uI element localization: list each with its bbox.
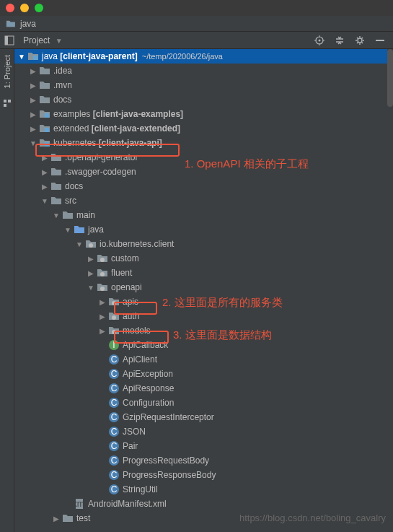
tree-row[interactable]: CProgressResponseBody bbox=[14, 468, 393, 482]
node-label: java [client-java-parent] bbox=[42, 51, 138, 61]
tree-row[interactable]: ▶docs bbox=[14, 92, 393, 107]
node-label: examples [client-java-examples] bbox=[53, 109, 183, 119]
tree-row[interactable]: CGzipRequestInterceptor bbox=[14, 410, 393, 424]
tree-row[interactable]: CApiResponse bbox=[14, 381, 393, 396]
tree-row[interactable]: CStringUtil bbox=[14, 482, 393, 497]
tree-row[interactable]: ▶models bbox=[14, 323, 393, 338]
node-label: .swagger-codegen bbox=[65, 167, 136, 177]
minimize-button[interactable] bbox=[20, 4, 29, 12]
node-label: StringUtil bbox=[123, 484, 158, 494]
svg-point-19 bbox=[112, 330, 116, 334]
class-icon: C bbox=[108, 354, 120, 365]
tree-row[interactable]: ▼kubernetes [client-java-api] bbox=[14, 136, 393, 150]
expand-arrow[interactable]: ▶ bbox=[98, 313, 107, 320]
tree-row[interactable]: CApiClient bbox=[14, 352, 393, 367]
class-icon: C bbox=[108, 369, 120, 379]
scrollbar-thumb[interactable] bbox=[387, 49, 393, 107]
expand-arrow[interactable]: ▶ bbox=[40, 183, 49, 191]
class-icon: C bbox=[108, 383, 120, 393]
view-label: Project bbox=[23, 35, 50, 45]
tree-row[interactable]: ▼openapi bbox=[14, 280, 393, 295]
tree-row[interactable]: ▼src bbox=[14, 193, 393, 208]
package-icon bbox=[97, 268, 108, 278]
expand-arrow[interactable]: ▼ bbox=[87, 284, 95, 292]
node-label: apis bbox=[123, 297, 138, 307]
locate-icon[interactable] bbox=[314, 35, 325, 46]
expand-arrow[interactable]: ▶ bbox=[29, 96, 37, 104]
expand-arrow[interactable]: ▶ bbox=[29, 110, 37, 118]
tree-row[interactable]: ▶docs bbox=[14, 179, 393, 193]
svg-rect-12 bbox=[45, 142, 49, 147]
tree-row[interactable]: ▶extended [client-java-extended] bbox=[14, 121, 393, 136]
expand-arrow[interactable]: ▼ bbox=[40, 197, 49, 205]
expand-arrow[interactable]: ▶ bbox=[29, 67, 37, 75]
tree-row[interactable]: ▶.mvn bbox=[14, 78, 393, 92]
tree-row[interactable]: CPair bbox=[14, 439, 393, 453]
expand-arrow[interactable]: ▼ bbox=[17, 53, 26, 61]
breadcrumb[interactable]: java bbox=[0, 16, 393, 32]
folder-icon bbox=[62, 513, 74, 523]
tree-row[interactable]: ▶fluent bbox=[14, 266, 393, 280]
tree-row[interactable]: CProgressRequestBody bbox=[14, 453, 393, 468]
tree-row[interactable]: ▶apis bbox=[14, 295, 393, 309]
expand-arrow[interactable]: ▶ bbox=[40, 154, 49, 162]
tree-row[interactable]: IApiCallback bbox=[14, 338, 393, 352]
expand-arrow[interactable]: ▶ bbox=[87, 269, 95, 277]
svg-text:I: I bbox=[112, 340, 115, 350]
node-label: Pair bbox=[123, 441, 138, 451]
svg-rect-11 bbox=[45, 128, 49, 132]
class-icon: C bbox=[108, 427, 120, 437]
scrollbar[interactable] bbox=[387, 49, 393, 532]
expand-arrow[interactable]: ▶ bbox=[40, 168, 49, 176]
tree-row[interactable]: CApiException bbox=[14, 367, 393, 381]
expand-arrow[interactable]: ▶ bbox=[29, 125, 37, 133]
tree-row[interactable]: ▶examples [client-java-examples] bbox=[14, 107, 393, 121]
svg-rect-5 bbox=[376, 40, 384, 41]
sidebar-tab-project[interactable]: 1: Project bbox=[3, 52, 12, 91]
tree-row[interactable]: ▼java bbox=[14, 222, 393, 237]
node-label: ApiException bbox=[123, 369, 173, 379]
tree-row[interactable]: CConfiguration bbox=[14, 396, 393, 410]
expand-arrow[interactable]: ▶ bbox=[52, 515, 61, 523]
tree-row[interactable]: ▶auth bbox=[14, 309, 393, 323]
tree-root[interactable]: ▼ java [client-java-parent] ~/temp/20200… bbox=[14, 49, 393, 64]
expand-arrow[interactable]: ▶ bbox=[98, 327, 107, 335]
expand-arrow[interactable]: ▼ bbox=[63, 226, 72, 234]
expand-arrow[interactable]: ▼ bbox=[29, 139, 37, 147]
close-button[interactable] bbox=[6, 4, 14, 12]
project-tree[interactable]: ▼ java [client-java-parent] ~/temp/20200… bbox=[14, 49, 393, 532]
tree-row[interactable]: ▼io.kubernetes.client bbox=[14, 237, 393, 251]
hide-icon[interactable] bbox=[374, 35, 386, 46]
class-icon: C bbox=[108, 484, 120, 494]
tree-row[interactable]: CJSON bbox=[14, 424, 393, 439]
expand-arrow[interactable]: ▶ bbox=[98, 298, 107, 306]
svg-text:C: C bbox=[111, 398, 118, 408]
tree-row[interactable]: xmlAndroidManifest.xml bbox=[14, 497, 393, 511]
tree-row[interactable]: ▶custom bbox=[14, 251, 393, 266]
tree-row[interactable]: ▶.swagger-codegen bbox=[14, 165, 393, 179]
maximize-button[interactable] bbox=[35, 4, 43, 12]
node-label: ProgressRequestBody bbox=[123, 455, 209, 466]
node-path: ~/temp/202006/26/java bbox=[142, 52, 223, 61]
expand-arrow[interactable]: ▼ bbox=[52, 212, 61, 219]
project-view-icon bbox=[4, 35, 14, 45]
gear-icon[interactable] bbox=[354, 35, 366, 46]
expand-arrow[interactable]: ▶ bbox=[87, 255, 95, 263]
view-selector[interactable]: Project ▼ bbox=[23, 35, 63, 45]
collapse-icon[interactable] bbox=[334, 35, 345, 46]
tree-row[interactable]: ▶.openapi-generator bbox=[14, 150, 393, 165]
expand-arrow[interactable]: ▶ bbox=[29, 82, 37, 90]
tree-row[interactable]: ▼main bbox=[14, 208, 393, 222]
package-icon bbox=[108, 297, 120, 307]
node-label: main bbox=[76, 210, 95, 220]
expand-arrow[interactable]: ▼ bbox=[75, 240, 84, 248]
node-label: test bbox=[76, 513, 90, 523]
svg-rect-8 bbox=[4, 104, 6, 107]
node-label: java bbox=[88, 224, 104, 235]
tree-row[interactable]: ▶.idea bbox=[14, 64, 393, 78]
svg-point-15 bbox=[100, 272, 105, 276]
node-label: io.kubernetes.client bbox=[100, 239, 174, 249]
structure-tab-icon[interactable] bbox=[2, 98, 12, 108]
package-icon bbox=[97, 253, 108, 263]
svg-text:C: C bbox=[111, 412, 118, 422]
